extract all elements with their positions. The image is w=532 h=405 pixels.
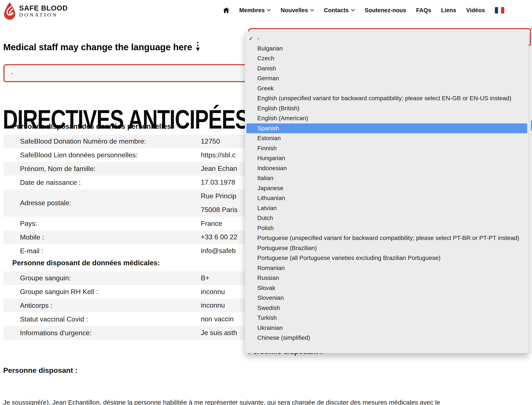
row-label: E-mail : [3,247,43,255]
dropdown-option-label: Dutch [257,215,273,222]
dropdown-option[interactable]: English (American) [245,113,529,123]
row-label: Informations d'urgence: [3,329,91,337]
dropdown-option[interactable]: German [245,73,529,83]
logo-subtitle: DONATION [19,12,68,18]
row-value: info@safeb [201,244,236,258]
dropdown-option-label: Portuguese (Brazilian) [257,245,317,251]
row-label: Groupe sanguin: [3,274,71,282]
dropdown-option-label: Turkish [257,314,277,321]
dropdown-option-label: Slovenian [257,294,284,301]
dropdown-options-list: ✓ - BulgarianCzechDanishGermanGreekEngli… [245,34,529,343]
logo[interactable]: SAFE BLOOD DONATION [3,2,68,21]
dropdown-option[interactable]: Spanish [246,123,527,134]
row-value: Jean Echan [201,162,237,176]
row-value: https://sbl.c [201,148,236,162]
row-value: Rue Princip75008 Paris [201,189,238,217]
dropdown-option[interactable]: Portuguese (unspecified variant for back… [245,233,529,243]
dropdown-option[interactable]: Portuguese (all Portuguese varieties exc… [245,253,529,263]
dropdown-option-label: Japanese [257,185,283,192]
nav-videos[interactable]: Vidéos [466,7,485,14]
dropdown-option-label: Finnish [257,145,277,152]
main-nav: Membres Nouvelles Contacts Soutenez-nous… [223,0,504,20]
dropdown-edge-sliver [531,31,532,353]
dropdown-option[interactable]: Swedish [245,303,529,313]
row-value: 12750 [201,135,220,148]
dropdown-option-label: German [257,75,279,82]
nav-contacts[interactable]: Contacts [324,7,355,14]
footer-heading: Personne disposant : [3,366,77,375]
nav-soutenez-nous[interactable]: Soutenez-nous [365,7,406,14]
dropdown-option[interactable]: Ukrainian [245,323,529,333]
dropdown-option[interactable]: Turkish [245,313,529,323]
row-value: B+ [201,271,209,285]
dropdown-option[interactable]: Portuguese (Brazilian) [245,243,529,253]
dropdown-option[interactable]: Czech [245,54,529,64]
row-value: Je suis asth [201,326,237,340]
row-value: 17.03.1978 [201,176,235,189]
dropdown-option-label: Polish [257,225,274,232]
logo-text: SAFE BLOOD DONATION [19,5,68,18]
nav-membres[interactable]: Membres [239,7,271,14]
dropdown-option[interactable]: Greek [245,83,529,94]
dropdown-option-label: Estonian [257,135,281,142]
nav-liens[interactable]: Liens [441,7,456,14]
dropdown-option[interactable]: Lithuanian [245,193,529,203]
nav-faqs[interactable]: FAQs [416,7,431,14]
dropdown-option-label: Latvian [257,205,277,212]
dropdown-option-label: Chinese (simplified) [257,334,310,341]
chevron-down-icon [267,9,271,12]
dropdown-option-label: English (American) [257,115,308,122]
dropdown-option[interactable]: Chinese (simplified) [245,333,529,343]
chevron-down-icon [351,9,355,12]
nav-nouvelles[interactable]: Nouvelles [281,7,314,14]
dropdown-option[interactable]: English (British) [245,103,529,114]
dropdown-option[interactable]: Indonesian [245,163,529,173]
blood-drop-icon [3,2,16,21]
dropdown-option-label: Lithuanian [257,195,285,202]
dropdown-option-label: Italian [257,175,273,182]
nav-home[interactable] [223,7,229,13]
dropdown-option-label: Slovak [257,285,275,291]
dropdown-option-label: English (unspecified variant for backwar… [257,95,511,102]
dropdown-option-label: Russian [257,275,279,281]
dropdown-option-label: Ukrainian [257,324,283,331]
dropdown-option[interactable]: Polish [245,223,529,233]
dropdown-option[interactable]: Romanian [245,263,529,273]
dropdown-option[interactable]: Slovak [245,283,529,293]
dropdown-option[interactable]: Japanese [245,183,529,193]
dropdown-option[interactable]: Hungarian [245,153,529,163]
dropdown-option-label: Spanish [257,125,279,132]
section-heading-medical-data: Personne disposant de données médicales: [12,259,160,267]
row-label: Mobile : [3,233,44,241]
row-value: +33 6 00 22 [201,230,237,244]
select-border-sliver [531,28,532,29]
dropdown-option[interactable]: Slovenian [245,293,529,303]
row-label: SafeBlood Donation Numéro de membre: [3,137,146,145]
dropdown-option[interactable]: Bulgarian [245,44,529,54]
dropdown-option[interactable]: Estonian [245,133,529,143]
dropdown-option-label: Danish [257,65,276,72]
dropdown-option-label: Romanian [257,265,285,271]
row-label: Pays: [3,220,37,228]
dropdown-option[interactable]: English (unspecified variant for backwar… [245,93,529,103]
row-label: Prénom, Nom de famille: [3,165,96,173]
dropdown-option[interactable]: Dutch [245,213,529,223]
dropdown-option-current[interactable]: ✓ - [245,34,529,44]
dropdown-option[interactable]: Finnish [245,143,529,154]
home-icon [223,7,229,13]
dropdown-option-label: Czech [257,55,274,62]
dropdown-option-label: Bulgarian [257,45,283,52]
dropdown-option[interactable]: Russian [245,273,529,283]
row-value: inconnu [201,285,225,299]
section-heading-personal-data: Personne disposant des données personnel… [12,122,173,130]
page: SAFE BLOOD DONATION Membres Nouvelles Co… [0,0,532,405]
dropdown-option[interactable]: Danish [245,64,529,74]
footer-paragraph: Je soussigné(e), Jean Echantillon, désig… [3,399,532,405]
french-flag-icon[interactable] [495,7,504,14]
dropdown-option[interactable]: Latvian [245,203,529,213]
chevron-down-icon [310,9,314,12]
dropdown-option-label: Portuguese (all Portuguese varieties exc… [257,255,441,261]
header: SAFE BLOOD DONATION Membres Nouvelles Co… [0,0,532,20]
dropdown-option[interactable]: Italian [245,173,529,183]
row-value: non vaccin [201,312,234,326]
